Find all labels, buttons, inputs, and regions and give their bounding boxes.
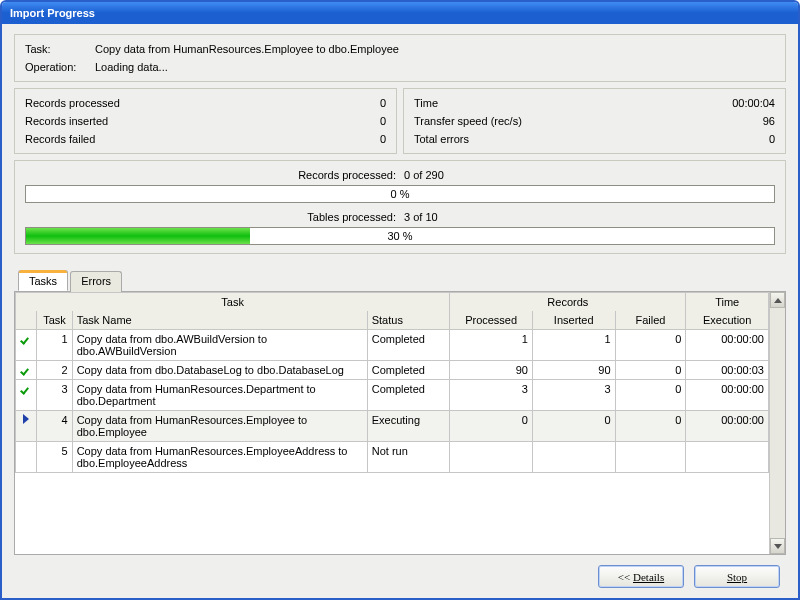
window-title: Import Progress (10, 7, 95, 19)
records-failed-value: 0 (380, 133, 386, 145)
task-execution: 00:00:03 (686, 361, 769, 380)
current-row-icon (23, 414, 29, 424)
tab-tasks-label: Tasks (29, 275, 57, 287)
records-progress-bar: 0 % (25, 185, 775, 203)
tables-progress-caption: Tables processed: (25, 211, 400, 223)
task-name: Copy data from dbo.DatabaseLog to dbo.Da… (72, 361, 367, 380)
errors-value: 0 (769, 133, 775, 145)
task-value: Copy data from HumanResources.Employee t… (95, 43, 399, 55)
task-processed: 1 (450, 330, 533, 361)
col-failed[interactable]: Failed (615, 311, 686, 330)
task-index: 5 (37, 442, 72, 473)
tasks-grid[interactable]: Task Records Time Task Task Name Status … (15, 292, 769, 554)
task-panel: Task: Copy data from HumanResources.Empl… (14, 34, 786, 82)
records-progress-pct: 0 % (26, 186, 774, 202)
col-inserted[interactable]: Inserted (532, 311, 615, 330)
details-button-label: Details (633, 571, 664, 583)
scroll-track[interactable] (770, 308, 785, 538)
records-inserted-label: Records inserted (25, 115, 108, 127)
records-failed-label: Records failed (25, 133, 95, 145)
task-execution: 00:00:00 (686, 330, 769, 361)
operation-label: Operation: (25, 61, 95, 73)
col-group-task[interactable]: Task (16, 293, 450, 312)
tables-progress-count: 3 of 10 (400, 211, 775, 223)
task-inserted: 90 (532, 361, 615, 380)
stop-button-label: Stop (727, 571, 747, 583)
task-failed: 0 (615, 380, 686, 411)
tab-tasks[interactable]: Tasks (18, 270, 68, 291)
col-icon[interactable] (16, 311, 37, 330)
task-status: Not run (367, 442, 450, 473)
col-execution[interactable]: Execution (686, 311, 769, 330)
task-failed: 0 (615, 411, 686, 442)
task-status: Completed (367, 361, 450, 380)
task-processed: 0 (450, 411, 533, 442)
check-icon (21, 364, 31, 374)
task-execution: 00:00:00 (686, 380, 769, 411)
table-row[interactable]: 4Copy data from HumanResources.Employee … (16, 411, 769, 442)
time-label: Time (414, 97, 438, 109)
task-inserted (532, 442, 615, 473)
table-row[interactable]: 1Copy data from dbo.AWBuildVersion to db… (16, 330, 769, 361)
task-failed: 0 (615, 361, 686, 380)
stats-right-panel: Time 00:00:04 Transfer speed (rec/s) 96 … (403, 88, 786, 154)
records-progress-caption: Records processed: (25, 169, 400, 181)
col-processed[interactable]: Processed (450, 311, 533, 330)
tables-progress-pct: 30 % (26, 228, 774, 244)
task-processed (450, 442, 533, 473)
col-status[interactable]: Status (367, 311, 450, 330)
table-row[interactable]: 5Copy data from HumanResources.EmployeeA… (16, 442, 769, 473)
task-index: 1 (37, 330, 72, 361)
records-progress-count: 0 of 290 (400, 169, 775, 181)
task-failed (615, 442, 686, 473)
table-row[interactable]: 3Copy data from HumanResources.Departmen… (16, 380, 769, 411)
task-status: Completed (367, 330, 450, 361)
task-label: Task: (25, 43, 95, 55)
import-progress-window: Import Progress Task: Copy data from Hum… (0, 0, 800, 600)
task-name: Copy data from HumanResources.Department… (72, 380, 367, 411)
details-button[interactable]: << Details (598, 565, 684, 588)
task-failed: 0 (615, 330, 686, 361)
tab-errors[interactable]: Errors (70, 271, 122, 292)
titlebar[interactable]: Import Progress (2, 2, 798, 24)
records-processed-label: Records processed (25, 97, 120, 109)
tabstrip: Tasks Errors (14, 270, 786, 291)
col-task-idx[interactable]: Task (37, 311, 72, 330)
task-name: Copy data from dbo.AWBuildVersion to dbo… (72, 330, 367, 361)
time-value: 00:00:04 (732, 97, 775, 109)
stats-left-panel: Records processed 0 Records inserted 0 R… (14, 88, 397, 154)
check-icon (21, 333, 31, 343)
task-processed: 3 (450, 380, 533, 411)
task-execution: 00:00:00 (686, 411, 769, 442)
check-icon (21, 383, 31, 393)
task-processed: 90 (450, 361, 533, 380)
col-group-records[interactable]: Records (450, 293, 686, 312)
table-row[interactable]: 2Copy data from dbo.DatabaseLog to dbo.D… (16, 361, 769, 380)
speed-label: Transfer speed (rec/s) (414, 115, 522, 127)
operation-value: Loading data... (95, 61, 168, 73)
errors-label: Total errors (414, 133, 469, 145)
task-index: 3 (37, 380, 72, 411)
col-task-name[interactable]: Task Name (72, 311, 367, 330)
task-index: 2 (37, 361, 72, 380)
task-execution (686, 442, 769, 473)
scroll-down-icon[interactable] (770, 538, 785, 554)
task-inserted: 1 (532, 330, 615, 361)
tab-errors-label: Errors (81, 275, 111, 287)
task-inserted: 3 (532, 380, 615, 411)
task-status: Executing (367, 411, 450, 442)
tables-progress-bar: 30 % (25, 227, 775, 245)
scroll-up-icon[interactable] (770, 292, 785, 308)
col-group-time[interactable]: Time (686, 293, 769, 312)
task-index: 4 (37, 411, 72, 442)
records-inserted-value: 0 (380, 115, 386, 127)
speed-value: 96 (763, 115, 775, 127)
task-name: Copy data from HumanResources.EmployeeAd… (72, 442, 367, 473)
task-name: Copy data from HumanResources.Employee t… (72, 411, 367, 442)
grid-scrollbar[interactable] (769, 292, 785, 554)
task-inserted: 0 (532, 411, 615, 442)
progress-panel: Records processed: 0 of 290 0 % Tables p… (14, 160, 786, 254)
stop-button[interactable]: Stop (694, 565, 780, 588)
records-processed-value: 0 (380, 97, 386, 109)
task-status: Completed (367, 380, 450, 411)
